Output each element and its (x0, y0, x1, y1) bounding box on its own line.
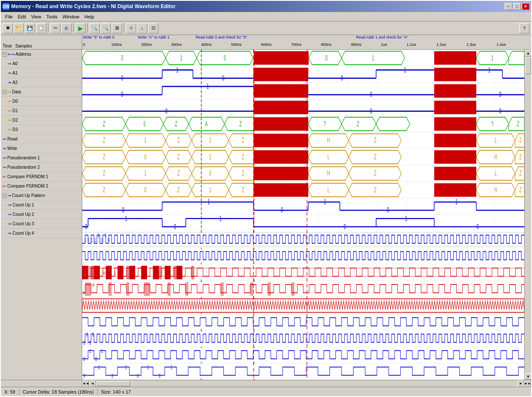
svg-text:0: 0 (159, 373, 160, 379)
scroll-left-button[interactable]: ◄◄ (82, 380, 89, 387)
zoom-in-button[interactable]: 🔍 (89, 23, 100, 33)
svg-text:0: 0 (121, 91, 123, 99)
svg-rect-228 (82, 266, 85, 280)
scroll-track[interactable] (525, 57, 531, 373)
copy-button[interactable]: ⎘ (61, 23, 71, 33)
svg-text:L: L (97, 266, 98, 272)
svg-text:1: 1 (98, 233, 99, 239)
save-button[interactable]: 💾 (25, 23, 35, 33)
menu-bar: File Edit View Tools Window Help (1, 12, 531, 21)
toolbar: ✱ 📂 💾 📋 ✂ ⎘ ▶ 🔍 🔍 ⊞ ⊹ ↕ ⊡ ? (1, 21, 531, 35)
saveas-button[interactable]: 📋 (36, 23, 46, 33)
menu-edit[interactable]: Edit (15, 13, 29, 20)
svg-text:1: 1 (147, 364, 149, 370)
timeline-header: Write "5" to Addr 0 Write "A" to Addr 1 … (82, 35, 531, 49)
svg-text:1: 1 (101, 348, 103, 354)
title-bar: DW Memory - Read and Write Cycles 2.hws … (1, 1, 531, 12)
svg-text:Z: Z (242, 153, 244, 161)
scroll-right-step-button[interactable]: ► (517, 380, 524, 387)
svg-rect-92 (253, 134, 308, 147)
signal-address: − ⇐⇒ Address (1, 50, 82, 59)
svg-text:1: 1 (207, 82, 209, 90)
svg-text:1: 1 (125, 215, 127, 222)
scroll-right-button[interactable]: ►► (524, 380, 531, 387)
maximize-button[interactable]: □ (513, 3, 521, 10)
cursor-button[interactable]: ⊹ (126, 23, 136, 33)
scroll-thumb[interactable] (525, 57, 531, 74)
svg-text:1: 1 (91, 237, 93, 243)
zoom-fit-button[interactable]: ⊞ (112, 23, 122, 33)
svg-text:L: L (495, 170, 497, 177)
svg-rect-19 (434, 51, 476, 65)
collapse-address[interactable]: − (3, 52, 7, 57)
svg-text:Z: Z (519, 170, 522, 177)
svg-text:1: 1 (209, 153, 211, 161)
svg-rect-45 (253, 84, 308, 98)
collapse-data[interactable]: − (3, 90, 7, 94)
svg-text:1: 1 (208, 198, 210, 206)
svg-text:1: 1 (455, 198, 458, 206)
svg-text:Z: Z (242, 186, 244, 194)
menu-tools[interactable]: Tools (44, 13, 60, 20)
signal-count1: ⇒ Count Up 1 (1, 200, 82, 210)
svg-text:H: H (103, 270, 105, 276)
svg-rect-117 (434, 150, 476, 164)
menu-view[interactable]: View (29, 13, 44, 20)
run-button[interactable]: ▶ (75, 23, 86, 33)
svg-text:Z: Z (242, 136, 244, 144)
svg-text:1: 1 (89, 348, 91, 354)
annotation-1: Write "A" to Addr 1 (138, 35, 169, 39)
svg-text:0: 0 (122, 206, 124, 214)
svg-text:0: 0 (209, 170, 211, 177)
svg-text:1: 1 (491, 54, 493, 62)
window-controls: ─ □ ✕ (505, 3, 529, 10)
svg-rect-152 (253, 183, 308, 197)
minimize-button[interactable]: ─ (505, 3, 512, 10)
signal-a2: ⇒ A2 (1, 78, 82, 87)
svg-text:Z: Z (175, 120, 178, 128)
annotation-bar: Write "5" to Addr 0 Write "A" to Addr 1 … (82, 35, 531, 42)
svg-text:1: 1 (209, 136, 211, 144)
svg-rect-157 (434, 183, 476, 197)
signal-d2: ⇔ D2 (1, 116, 82, 125)
svg-text:1: 1 (220, 215, 222, 222)
cut-button[interactable]: ✂ (50, 23, 60, 33)
help-button[interactable]: ? (519, 23, 529, 33)
scroll-down-button[interactable]: ▼ (525, 373, 531, 380)
annotation-2: Read Addr 0 and check for "5" (196, 35, 247, 39)
measure-button[interactable]: ↕ (137, 23, 147, 33)
menu-file[interactable]: File (3, 13, 15, 20)
bottom-scrollbar: ◄◄ ◄ ► ►► (1, 380, 531, 387)
snap-button[interactable]: ⊡ (148, 23, 158, 33)
svg-text:0: 0 (174, 223, 176, 230)
hscroll-thumb[interactable] (96, 381, 130, 386)
open-button[interactable]: 📂 (14, 23, 24, 33)
svg-text:Z: Z (374, 153, 377, 161)
scroll-up-button[interactable]: ▲ (525, 50, 531, 57)
collapse-countpat[interactable]: − (3, 194, 7, 198)
svg-rect-243 (168, 282, 171, 296)
hscroll-track[interactable] (96, 381, 517, 387)
waveform-display: 0 1 0 0 (82, 50, 524, 380)
svg-rect-54 (253, 101, 308, 114)
scroll-left-step-button[interactable]: ◄ (89, 380, 96, 387)
svg-text:1: 1 (92, 331, 94, 337)
svg-text:L: L (327, 153, 330, 161)
svg-text:Z: Z (519, 153, 522, 161)
menu-help[interactable]: Help (82, 13, 97, 20)
signal-compare2: ⇐ Compare PSRNDM 2 (1, 182, 82, 191)
svg-text:Z: Z (103, 153, 105, 161)
zoom-out-button[interactable]: 🔍 (101, 23, 111, 33)
menu-window[interactable]: Window (60, 13, 82, 20)
svg-text:?: ? (324, 120, 326, 128)
new-button[interactable]: ✱ (3, 23, 13, 33)
svg-text:Z: Z (374, 170, 377, 177)
svg-text:0: 0 (370, 107, 372, 115)
svg-rect-239 (85, 282, 91, 296)
close-button[interactable]: ✕ (522, 3, 529, 10)
svg-rect-230 (109, 266, 112, 280)
svg-text:1: 1 (98, 364, 100, 370)
svg-rect-247 (268, 282, 271, 296)
annotation-3: Read Addr 1 and check for "A" (356, 35, 408, 39)
svg-rect-235 (191, 266, 194, 280)
